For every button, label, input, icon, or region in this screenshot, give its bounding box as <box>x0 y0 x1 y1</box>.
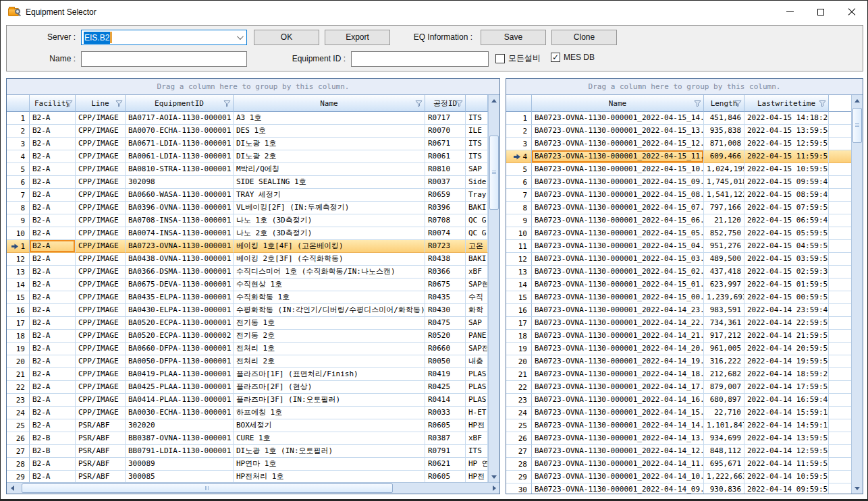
grid-cell[interactable]: 2022-04-14 12:59:53 <box>744 445 829 458</box>
table-row[interactable]: 11BA0723-OVNA-1130-000001_2022-04-15_04.… <box>506 240 863 253</box>
row-number[interactable]: 1 <box>506 112 532 125</box>
table-row[interactable]: 26BA0723-OVNA-1130-000001_2022-04-14_13.… <box>506 432 863 445</box>
table-row[interactable]: 6B2-ACPP/IMAGE302098SIDE SEALING 1호R0037… <box>7 176 499 189</box>
group-by-band[interactable]: Drag a column here to group by this colu… <box>7 79 499 95</box>
grid-cell[interactable]: R0061 <box>425 150 466 163</box>
grid-cell[interactable]: CPP/IMAGE <box>76 163 126 176</box>
table-row[interactable]: 12B2-ACPP/IMAGEBA0438-OVNA-1130-000001베이… <box>7 253 499 266</box>
grid-cell[interactable]: 하프에칭 1호 <box>234 407 425 419</box>
grid-cell[interactable]: BAKI <box>466 202 488 214</box>
grid-cell[interactable]: ITS <box>466 138 488 150</box>
grid-cell[interactable]: BA0030-ECHA-1130-000001 <box>126 407 234 419</box>
grid-cell[interactable]: 300089 <box>126 458 234 471</box>
row-number[interactable]: 10 <box>7 227 30 240</box>
row-number[interactable]: 3 <box>7 138 30 150</box>
grid-cell[interactable]: 2022-04-15 06:59:42 <box>744 214 829 227</box>
grid-cell[interactable]: BA0396-OVNA-1130-000001 <box>126 202 234 214</box>
vertical-scrollbar[interactable] <box>851 95 863 494</box>
grid-cell[interactable]: 2022-04-14 09:59:55 <box>744 483 829 494</box>
table-row[interactable]: 28BA0723-OVNA-1130-000001_2022-04-14_11.… <box>506 458 863 471</box>
row-number[interactable]: 9 <box>506 214 532 227</box>
grid-cell[interactable]: 489,500 <box>704 253 744 266</box>
row-number[interactable]: 29 <box>506 471 532 483</box>
grid-cell[interactable]: PSR/ABF <box>76 419 126 432</box>
column-header-Name[interactable]: Name <box>234 95 425 112</box>
grid-cell[interactable]: ITS <box>466 112 488 125</box>
grid-cell[interactable]: 2022-04-15 08:59:49 <box>744 189 829 202</box>
grid-cell[interactable]: 화학 <box>466 304 488 317</box>
table-row[interactable]: 1B2-ACPP/IMAGEBA0717-AOIA-1130-000001A3 … <box>7 112 499 125</box>
table-row[interactable]: 7B2-ACPP/IMAGEBA0660-WASA-1130-000001TRA… <box>7 189 499 202</box>
grid-cell[interactable]: 2022-04-15 13:59:54 <box>744 125 829 138</box>
grid-cell[interactable]: 695,671 <box>704 458 744 471</box>
grid-cell[interactable]: CPP/IMAGE <box>76 381 126 394</box>
grid-cell[interactable]: BA0723-OVNA-1130-000001_2022-04-15_09.Lo… <box>532 176 704 189</box>
grid-cell[interactable]: BA0070-ECHA-1130-000001 <box>126 125 234 138</box>
grid-cell[interactable]: CPP/IMAGE <box>76 355 126 368</box>
grid-cell[interactable]: 2022-04-15 01:59:59 <box>744 278 829 291</box>
table-row[interactable]: 4B2-ACPP/IMAGEBA0061-LDIA-1130-000001DI노… <box>7 150 499 163</box>
grid-cell[interactable]: BA0435-ELPA-1130-000001 <box>126 291 234 304</box>
table-row[interactable]: 21B2-ACPP/IMAGEBA0419-PLAA-1130-000001플라… <box>7 368 499 381</box>
grid-cell[interactable]: BA0723-OVNA-1130-000001_2022-04-15_00.Lo… <box>532 291 704 304</box>
table-row[interactable]: 8BA0723-OVNA-1130-000001_2022-04-15_07.L… <box>506 202 863 214</box>
table-row[interactable]: 15B2-ACPP/IMAGEBA0435-ELPA-1130-000001수직… <box>7 291 499 304</box>
clone-button[interactable]: Clone <box>551 30 617 45</box>
close-button[interactable] <box>836 1 867 23</box>
grid-cell[interactable]: SAP <box>466 317 488 330</box>
column-header-Facility[interactable]: Facility <box>30 95 76 112</box>
row-number[interactable]: 20 <box>506 355 532 368</box>
grid-cell[interactable]: 1,541,122 <box>704 189 744 202</box>
grid-cell[interactable]: 수직현상 1호 <box>234 278 425 291</box>
vertical-scrollbar[interactable] <box>488 95 499 482</box>
table-row[interactable]: 20BA0723-OVNA-1130-000001_2022-04-14_19.… <box>506 355 863 368</box>
grid-cell[interactable]: B2-A <box>30 394 76 407</box>
grid-cell[interactable]: 나노 2호 (3D측정기) <box>234 227 425 240</box>
row-number[interactable]: 14 <box>7 278 30 291</box>
column-header-EquipmentID[interactable]: EquipmentID <box>126 95 234 112</box>
grid-cell[interactable]: R0675 <box>425 278 466 291</box>
grid-cell[interactable]: 2022-04-14 23:59:40 <box>744 304 829 317</box>
row-number[interactable]: 24 <box>506 407 532 419</box>
grid-cell[interactable]: B2-A <box>30 368 76 381</box>
table-row[interactable]: 16BA0723-OVNA-1130-000001_2022-04-14_23.… <box>506 304 863 317</box>
row-number[interactable]: 4 <box>506 150 532 163</box>
grid-cell[interactable]: 2022-04-14 22:59:59 <box>744 317 829 330</box>
scroll-left-button[interactable] <box>7 483 18 494</box>
row-number[interactable]: 5 <box>7 163 30 176</box>
grid-cell[interactable]: R0396 <box>425 202 466 214</box>
row-number[interactable]: 12 <box>7 253 30 266</box>
grid-cell[interactable]: 879,007 <box>704 381 744 394</box>
grid-cell[interactable]: 2022-04-14 16:59:44 <box>744 394 829 407</box>
grid-cell[interactable]: R0414 <box>425 394 466 407</box>
table-row[interactable]: 27BA0723-OVNA-1130-000001_2022-04-14_12.… <box>506 445 863 458</box>
grid-cell[interactable]: M박리/Q에칭 <box>234 163 425 176</box>
horizontal-scroll-thumb[interactable] <box>22 483 393 493</box>
grid-cell[interactable]: QC G <box>466 214 488 227</box>
grid-cell[interactable]: 935,838 <box>704 125 744 138</box>
grid-cell[interactable]: R0671 <box>425 138 466 150</box>
group-by-band[interactable]: Drag a column here to group by this colu… <box>506 79 863 95</box>
grid-cell[interactable]: CPP/IMAGE <box>76 368 126 381</box>
grid-cell[interactable]: 951,276 <box>704 240 744 253</box>
grid-cell[interactable]: BA0520-ECPA-1130-000001 <box>126 317 234 330</box>
grid-cell[interactable]: Side <box>466 176 488 189</box>
row-number[interactable]: 20 <box>7 355 30 368</box>
grid-cell[interactable]: BA0660-WASA-1130-000001 <box>126 189 234 202</box>
grid-cell[interactable]: 797,166 <box>704 202 744 214</box>
grid-cell[interactable]: DI노광 2호 <box>234 150 425 163</box>
grid-cell[interactable]: BA0430-ELPA-1130-000001 <box>126 304 234 317</box>
grid-cell[interactable]: R0387 <box>425 432 466 445</box>
grid-cell[interactable]: 930,836 <box>704 483 744 494</box>
table-row[interactable]: 2B2-ACPP/IMAGEBA0070-ECHA-1130-000001DES… <box>7 125 499 138</box>
row-number[interactable]: 19 <box>7 343 30 355</box>
grid-cell[interactable]: BA0723-OVNA-1130-000001_2022-04-15_10.Lo… <box>532 163 704 176</box>
grid-cell[interactable]: R0419 <box>425 368 466 381</box>
checkbox-all-equipment[interactable]: 모든설비 <box>495 53 541 64</box>
row-number[interactable]: 22 <box>506 381 532 394</box>
filter-funnel-icon[interactable] <box>65 100 73 107</box>
table-row[interactable]: 18B2-ACPP/IMAGEBA0520-ECPA-1130-000002전기… <box>7 330 499 343</box>
grid-cell[interactable]: B2-A <box>30 407 76 419</box>
grid-cell[interactable]: 수평화학동 (IN:각인기/디버링/수평디스미어/화학동) <box>234 304 425 317</box>
row-number[interactable]: 24 <box>7 407 30 419</box>
